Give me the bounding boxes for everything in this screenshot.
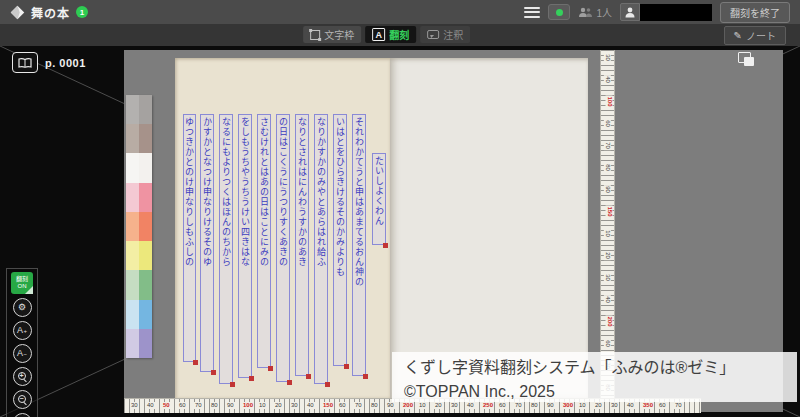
tape-number: 40 xyxy=(306,402,315,409)
color-chart-row xyxy=(126,329,152,358)
transcription-text: たいしよくわん xyxy=(373,154,385,244)
tape-number: 100 xyxy=(606,95,613,107)
magnifier-minus-icon: − xyxy=(18,395,27,404)
zoom-in-button[interactable]: + xyxy=(13,367,32,386)
transcription-text: さむけれとはあの日はことにみの xyxy=(258,115,270,367)
user-name-redacted xyxy=(640,4,712,21)
settings-button[interactable]: ⚙ xyxy=(13,298,32,317)
status-badge: 1 xyxy=(76,6,88,18)
tape-number: 60 xyxy=(604,119,611,128)
tape-number: 80 xyxy=(370,402,379,409)
text-column-box[interactable]: なりとされはにんわうすかのあき xyxy=(295,114,309,376)
column-end-marker-icon xyxy=(287,380,292,385)
color-chart-row xyxy=(126,95,152,124)
top-bar: 舞の本 1 1人 翻刻を終了 xyxy=(0,0,800,24)
color-chart-row xyxy=(126,300,152,329)
transcription-text: なりかすかのみやとあらはれ給ふ xyxy=(315,115,327,383)
compare-pages-button[interactable] xyxy=(736,50,758,70)
tape-number: 90 xyxy=(604,185,611,194)
note-button[interactable]: ✎ ノート xyxy=(724,26,786,45)
transcription-text: なりとされはにんわうすかのあき xyxy=(296,115,308,375)
text-column-box[interactable]: なりかすかのみやとあらはれ給ふ xyxy=(314,114,328,384)
tape-number: 150 xyxy=(606,205,613,217)
crop-frame-icon xyxy=(310,30,320,40)
pencil-icon: ✎ xyxy=(734,30,742,41)
note-label: ノート xyxy=(746,28,776,43)
transcription-app: 舞の本 1 1人 翻刻を終了 xyxy=(0,0,800,417)
column-end-marker-icon xyxy=(230,382,235,387)
tape-number: 150 xyxy=(322,402,334,409)
char-frame-mode-button[interactable]: 文字枠 xyxy=(303,26,361,43)
system-copyright-overlay: くずし字資料翻刻システム「ふみのは®ゼミ」 ©TOPPAN Inc., 2025 xyxy=(392,352,797,402)
column-end-marker-icon xyxy=(249,376,254,381)
tape-number: 70 xyxy=(194,402,203,409)
image-viewer[interactable]: たいしよくわんそれわかてうと申はあまてるおん神のいはとをひらきけるそのかみよりも… xyxy=(0,46,800,417)
column-end-marker-icon xyxy=(363,374,368,379)
transcription-text: をしもうちやうちうけい四きはな xyxy=(239,115,251,377)
tape-number: 40 xyxy=(146,402,155,409)
column-end-marker-icon xyxy=(211,370,216,375)
text-column-box[interactable]: それわかてうと申はあまてるおん神の xyxy=(352,114,366,376)
tape-number: 60 xyxy=(604,339,611,348)
online-dot-icon xyxy=(556,9,563,16)
color-chart-row xyxy=(126,241,152,270)
text-column-box[interactable]: なるにもよりつくはほんのちから xyxy=(219,114,233,384)
letter-a-icon: A xyxy=(372,28,385,41)
tape-number: 90 xyxy=(226,402,235,409)
font-decrease-button[interactable]: A− xyxy=(13,344,32,363)
viewer-tool-panel: 翻刻 ON ⚙ A+ A− + − xyxy=(6,268,38,417)
color-chart-row xyxy=(126,183,152,212)
tape-number: 10 xyxy=(258,402,267,409)
fit-screen-button[interactable] xyxy=(13,413,32,417)
annotation-mode-button[interactable]: 注釈 xyxy=(420,26,470,43)
color-chart-row xyxy=(126,153,152,182)
tape-number: 40 xyxy=(604,75,611,84)
participants-indicator: 1人 xyxy=(578,5,612,20)
transcription-visibility-toggle[interactable]: 翻刻 ON xyxy=(11,272,33,294)
document-title: 舞の本 xyxy=(31,4,70,21)
column-end-marker-icon xyxy=(306,374,311,379)
font-increase-button[interactable]: A+ xyxy=(13,321,32,340)
text-column-box[interactable]: さむけれとはあの日はことにみの xyxy=(257,114,271,368)
app-logo-diamond-icon xyxy=(10,5,25,20)
tape-number: 30 xyxy=(604,53,611,62)
transcription-text: ゆつきかとのけ申なりしもふしの xyxy=(184,115,195,361)
column-end-marker-icon xyxy=(193,360,198,365)
transcription-text: なるにもよりつくはほんのちから xyxy=(220,115,232,383)
text-column-box[interactable]: をしもうちやうちうけい四きはな xyxy=(238,114,252,378)
toggle-label-top: 翻刻 xyxy=(16,276,28,283)
tape-number: 70 xyxy=(604,141,611,150)
user-icon xyxy=(620,3,640,21)
transcription-mode-button[interactable]: A 翻刻 xyxy=(365,26,416,43)
hamburger-menu-icon[interactable] xyxy=(524,7,540,18)
tape-number: 20 xyxy=(274,402,283,409)
gear-icon: ⚙ xyxy=(18,303,26,312)
text-column-box[interactable]: の日はこくうにうつりすくあきの xyxy=(276,114,290,382)
magnifier-plus-icon: + xyxy=(18,372,27,381)
column-end-marker-icon xyxy=(325,382,330,387)
book-icon[interactable] xyxy=(12,52,38,73)
transcription-text: それわかてうと申はあまてるおん神の xyxy=(353,115,365,375)
zoom-out-button[interactable]: − xyxy=(13,390,32,409)
tape-number: 60 xyxy=(338,402,347,409)
manuscript-right-page[interactable] xyxy=(390,58,588,398)
text-column-box[interactable]: いはとをひらきけるそのかみよりも xyxy=(333,114,347,366)
tape-number: 200 xyxy=(606,315,613,327)
connection-status-button[interactable] xyxy=(548,4,570,20)
tape-number: 20 xyxy=(604,251,611,260)
user-chip[interactable] xyxy=(620,3,712,21)
end-transcription-button[interactable]: 翻刻を終了 xyxy=(720,2,790,23)
transcription-text: の日はこくうにうつりすくあきの xyxy=(277,115,289,381)
text-column-box[interactable]: かすかとなつけ申なりけるそのゆ xyxy=(200,114,214,372)
text-column-box[interactable]: たいしよくわん xyxy=(372,153,386,245)
color-chart-row xyxy=(126,212,152,241)
color-chart-row xyxy=(126,124,152,153)
tape-number: 100 xyxy=(242,402,254,409)
annotation-label: 注釈 xyxy=(443,27,463,42)
speech-bubble-icon xyxy=(427,30,439,39)
transcription-text: いはとをひらきけるそのかみよりも xyxy=(334,115,346,365)
text-column-box[interactable]: ゆつきかとのけ申なりしもふしの xyxy=(183,114,196,362)
people-icon xyxy=(578,7,593,18)
color-chart-row xyxy=(126,270,152,299)
tape-number: 40 xyxy=(604,295,611,304)
